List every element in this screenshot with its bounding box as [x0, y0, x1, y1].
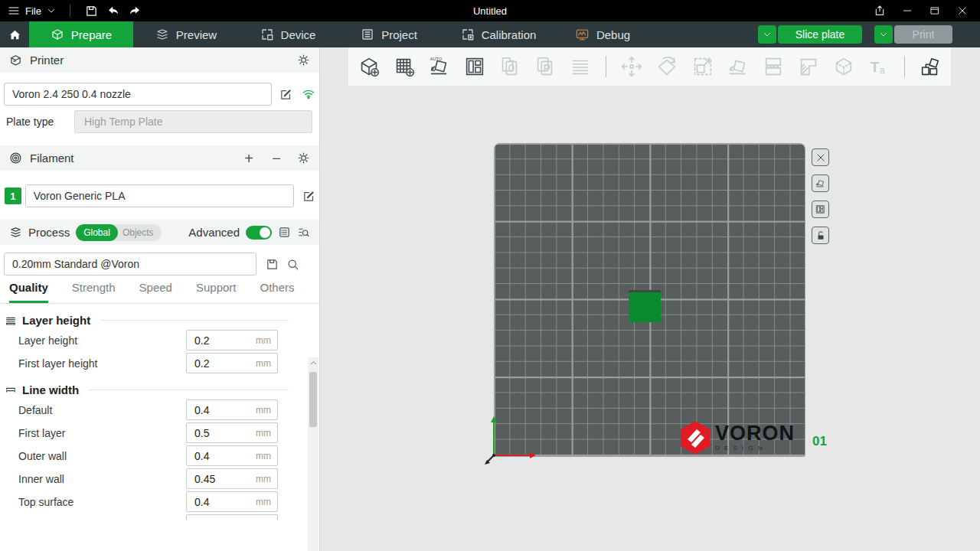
advanced-toggle[interactable] [246, 226, 272, 240]
printer-connection-button[interactable] [302, 87, 315, 101]
inner-wall-line-width-input[interactable] [187, 473, 242, 485]
sparse-infill-line-width-input[interactable] [187, 519, 242, 521]
process-preset-input[interactable] [4, 253, 256, 276]
process-section-title: Process [28, 226, 70, 239]
tab-quality[interactable]: Quality [9, 281, 48, 303]
tab-preview[interactable]: Preview [133, 21, 239, 47]
printer-preset-input[interactable] [4, 83, 272, 106]
add-object-button[interactable] [356, 53, 382, 80]
split-button[interactable] [760, 53, 786, 80]
plate-type-select[interactable]: High Temp Plate [74, 110, 312, 133]
boolean-cube-icon [831, 54, 856, 79]
variable-layer-height-button[interactable] [795, 53, 822, 80]
slice-plate-button[interactable]: Slice plate [778, 25, 862, 44]
3d-viewport[interactable]: AUTO [320, 47, 980, 551]
setting-field: mm [186, 399, 278, 420]
default-line-width-input[interactable] [187, 404, 242, 416]
text-tool-button[interactable]: Ta [866, 53, 892, 80]
print-button[interactable]: Print [894, 25, 952, 44]
plate-button-column [812, 148, 829, 244]
lay-on-face-icon [726, 54, 750, 79]
settings-scrollbar[interactable] [308, 357, 318, 551]
setting-field: mm [186, 445, 278, 466]
process-section-header: Process Global Objects Advanced [0, 220, 319, 245]
home-button[interactable] [0, 21, 29, 47]
tab-debug[interactable]: Debug [556, 21, 649, 47]
top-surface-line-width-input[interactable] [187, 496, 242, 508]
orient-plate-button[interactable] [812, 174, 829, 192]
setting-label: First layer [18, 427, 65, 439]
home-icon [8, 28, 21, 41]
outer-wall-line-width-input[interactable] [187, 450, 242, 462]
arrange-button[interactable] [462, 53, 488, 80]
paste-button[interactable] [532, 53, 558, 80]
edit-icon [279, 88, 292, 101]
filament-preset-input[interactable] [25, 184, 294, 207]
layer-height-icon [5, 315, 17, 327]
scope-objects-button[interactable]: Objects [118, 224, 162, 241]
tab-others[interactable]: Others [260, 281, 295, 303]
scrollbar-thumb[interactable] [309, 372, 317, 427]
filament-settings-button[interactable] [297, 152, 310, 165]
save-preset-button[interactable] [266, 258, 279, 271]
tab-calibration[interactable]: Calibration [441, 21, 556, 47]
maximize-button[interactable] [923, 2, 946, 19]
layer-height-input[interactable] [187, 334, 242, 347]
setting-row: Default mm [0, 399, 299, 420]
close-button[interactable] [951, 2, 974, 19]
printer-settings-button[interactable] [297, 54, 310, 67]
remove-filament-button[interactable]: − [270, 151, 283, 166]
rotate-button[interactable] [654, 53, 680, 80]
text-tool-icon: Ta [867, 54, 891, 79]
search-preset-button[interactable] [286, 258, 299, 271]
delete-plate-button[interactable] [812, 148, 829, 166]
save-button[interactable] [84, 3, 100, 18]
filament-slot-badge: 1 [5, 187, 21, 204]
tab-strength[interactable]: Strength [72, 281, 116, 303]
undo-button[interactable] [106, 3, 121, 18]
slice-dropdown-button[interactable] [758, 25, 776, 44]
scroll-up-button[interactable] [309, 357, 318, 368]
toggle-knob [260, 227, 270, 238]
hamburger-icon [8, 5, 20, 17]
upload-button[interactable] [868, 2, 891, 19]
arrange-plate-button[interactable] [812, 201, 829, 218]
tab-project[interactable]: Project [337, 21, 441, 47]
auto-orient-small-icon [815, 178, 826, 189]
auto-orient-button[interactable]: AUTO [426, 53, 452, 80]
minimize-button[interactable] [896, 2, 919, 19]
expert-view-button[interactable] [278, 226, 291, 239]
search-settings-button[interactable] [297, 226, 310, 239]
import-button[interactable] [497, 53, 523, 80]
print-dropdown-button[interactable] [874, 25, 893, 44]
add-plate-button[interactable] [391, 53, 417, 80]
project-list-icon [361, 28, 374, 41]
filament-edit-button[interactable] [302, 190, 315, 203]
setting-field: mm [186, 353, 278, 373]
tab-support[interactable]: Support [196, 281, 237, 303]
printer-edit-button[interactable] [279, 88, 292, 101]
assembly-button[interactable] [917, 53, 943, 80]
file-menu-label: File [25, 5, 41, 17]
redo-button[interactable] [127, 3, 142, 18]
model-cube[interactable] [629, 290, 661, 322]
upload-icon [874, 5, 886, 17]
scale-button[interactable] [690, 53, 716, 80]
settings-panel: Layer height Layer height mm First layer… [0, 304, 319, 520]
tab-prepare[interactable]: Prepare [29, 21, 133, 47]
layers-button[interactable] [567, 53, 593, 80]
first-layer-height-input[interactable] [187, 357, 242, 370]
tab-speed[interactable]: Speed [139, 281, 172, 303]
setting-label: Layer height [18, 334, 77, 347]
file-menu[interactable]: File [8, 5, 56, 17]
tab-label: Calibration [482, 28, 537, 41]
add-filament-button[interactable]: + [242, 151, 256, 166]
brand-sub: DESIGN [715, 445, 795, 452]
scope-global-button[interactable]: Global [76, 224, 118, 241]
lock-plate-button[interactable] [812, 227, 829, 244]
lay-on-face-button[interactable] [725, 53, 751, 80]
tab-device[interactable]: Device [239, 21, 337, 47]
mesh-boolean-button[interactable] [831, 53, 857, 80]
first-layer-line-width-input[interactable] [187, 427, 242, 439]
move-button[interactable] [619, 53, 645, 80]
